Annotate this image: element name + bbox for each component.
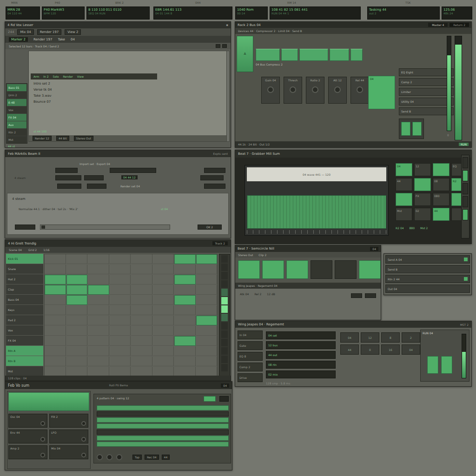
clip-slot[interactable] [45, 316, 66, 325]
titlebar-chip[interactable]: 04 [370, 247, 378, 251]
clip-slot[interactable] [88, 264, 109, 274]
mini-toolbar-item[interactable]: In 2 [43, 75, 48, 78]
clip-slot[interactable] [66, 254, 88, 264]
sidebar-track[interactable]: FX 04 [7, 114, 26, 121]
track-header[interactable]: FX 04 [6, 336, 43, 345]
control-block[interactable] [55, 168, 78, 173]
clip-slot[interactable] [45, 295, 66, 305]
clip-slot[interactable] [88, 357, 109, 366]
menu-item[interactable]: 04 [71, 38, 75, 41]
clip-slot[interactable] [153, 316, 174, 325]
clip-slot[interactable] [174, 326, 196, 336]
sidebar-track[interactable]: Mst [7, 136, 26, 143]
strip-tile[interactable] [463, 157, 468, 168]
clip-slot[interactable] [153, 326, 174, 336]
menu-item[interactable]: Render 197 [33, 38, 53, 41]
device-module[interactable]: Rel 44 [350, 77, 369, 104]
topbar-segment[interactable]: 1040 Rom00:14 [235, 7, 268, 20]
clip-slot[interactable] [153, 336, 174, 346]
clip-slot[interactable] [66, 346, 88, 356]
clip-slot[interactable] [110, 336, 131, 346]
pad-tile[interactable]: 080 [433, 193, 450, 206]
clip-slot[interactable] [110, 316, 131, 325]
topbar-segment[interactable]: 8 110 110 011 0110SEQ 04 RUN [86, 7, 150, 20]
clip-slot[interactable] [196, 305, 218, 315]
clip-segment[interactable] [299, 49, 328, 61]
grid-cell[interactable]: 04 [402, 344, 420, 355]
clip-slot[interactable] [110, 357, 131, 366]
clip-slot-filled[interactable] [174, 275, 196, 284]
macro-pad[interactable] [8, 392, 89, 411]
clip-slot[interactable] [196, 264, 218, 274]
synth-module[interactable]: Amp 2 [8, 445, 47, 459]
clip-slot[interactable] [131, 254, 152, 264]
topbar-segment[interactable]: P40 MarkW3BPM 120 [42, 7, 85, 20]
clip-cell[interactable] [401, 122, 410, 136]
clip-slot[interactable] [66, 316, 88, 325]
synth-module[interactable]: Filt 2 [49, 414, 88, 428]
clip-slot[interactable] [66, 326, 88, 336]
clip-slot[interactable] [153, 305, 174, 315]
clip-list-item[interactable]: Verse tk 04 [33, 88, 52, 94]
clip-block-large[interactable]: 04 [368, 76, 395, 109]
rack-module[interactable]: In 04 [238, 331, 263, 339]
pad-tile[interactable]: 08 [433, 178, 450, 191]
clip-slot[interactable] [153, 264, 174, 274]
row2-value[interactable]: 04 44 12 [121, 175, 138, 179]
mini-toolbar-item[interactable]: Solo [53, 75, 59, 78]
clip-cell[interactable] [286, 260, 308, 279]
arrange-canvas[interactable]: ArmIn 2SoloRenderView Intro set 2Verse t… [28, 51, 228, 142]
transport-knob[interactable] [106, 454, 112, 460]
pad-tile[interactable]: 44 [396, 178, 412, 191]
progress-bar[interactable] [40, 225, 170, 230]
track-header[interactable]: Snare [6, 264, 43, 274]
control-block[interactable] [57, 184, 81, 189]
clip-slot[interactable] [110, 295, 131, 305]
clip-slot[interactable] [131, 285, 152, 295]
overview-strip[interactable]: 04 wave 441 — 120 [247, 167, 386, 181]
rack-module[interactable]: Gate [238, 341, 263, 350]
clip-slot[interactable] [88, 254, 109, 264]
pad-tile[interactable]: FX [414, 193, 431, 206]
clip-list-item[interactable]: Take 3.wav [33, 94, 52, 100]
sidebar-track[interactable]: E-48 [7, 99, 26, 106]
topbar-segment[interactable]: EBR 144.61 11304 01 144 8 [153, 7, 232, 20]
control-block[interactable] [84, 175, 104, 180]
topbar-segment[interactable]: MRN 2804 110 44 [6, 7, 40, 20]
lane-clip[interactable] [97, 442, 229, 447]
clip-slot[interactable] [66, 367, 88, 377]
clip-slot[interactable] [88, 336, 109, 346]
knob[interactable] [290, 86, 296, 93]
transport-knob[interactable] [116, 454, 122, 460]
lane-empty[interactable] [97, 411, 229, 416]
patch-row[interactable]: 44 out [266, 351, 336, 359]
synth-module[interactable]: LFO [49, 430, 88, 443]
cancel-block[interactable] [15, 225, 35, 230]
clip-slot[interactable] [196, 346, 218, 356]
menu-item[interactable]: Take [58, 38, 65, 41]
track-header[interactable]: Keys [6, 305, 43, 315]
pattern-menu-chip[interactable] [219, 396, 229, 402]
clip-slot[interactable] [131, 305, 152, 315]
menu-item[interactable]: Marker 2 [9, 37, 28, 42]
scrollbar-vertical[interactable] [226, 51, 230, 142]
track-header[interactable]: Pad 2 [6, 315, 43, 325]
send-row[interactable]: Send A 04 [385, 255, 470, 264]
patch-row[interactable]: 12 bus [266, 341, 336, 349]
session-subitem[interactable]: Scene 04 [9, 248, 22, 251]
clip-slot[interactable] [196, 285, 218, 295]
clip-slot-filled[interactable] [66, 295, 88, 305]
clip-slot-filled[interactable] [196, 316, 218, 325]
clip-slot-filled[interactable] [45, 285, 66, 295]
clip-slot[interactable] [88, 295, 109, 305]
clip-cell[interactable] [311, 260, 332, 279]
clip-slot-filled[interactable] [174, 254, 196, 264]
clip-slot[interactable] [174, 285, 196, 295]
clip-pair[interactable] [399, 119, 424, 139]
clip-slot[interactable] [88, 326, 109, 336]
clip-slot[interactable] [66, 305, 88, 315]
ok-button[interactable]: OK 2 [198, 225, 222, 230]
clip-slot[interactable] [153, 346, 174, 356]
clip-slot[interactable] [45, 357, 66, 366]
clip-slot-filled[interactable] [88, 285, 109, 295]
